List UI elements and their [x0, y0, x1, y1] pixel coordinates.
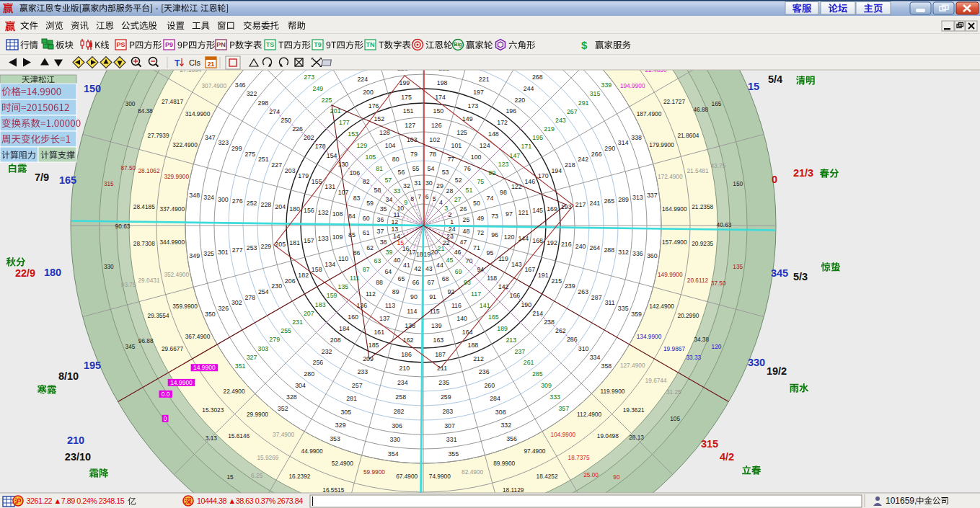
svg-text:44.9900: 44.9900	[301, 447, 323, 455]
svg-text:135: 135	[733, 263, 743, 270]
svg-text:41: 41	[403, 262, 410, 269]
svg-text:29.9900: 29.9900	[247, 411, 268, 418]
svg-text:353: 353	[330, 435, 340, 442]
svg-text:251: 251	[258, 156, 269, 163]
svg-text:114: 114	[407, 308, 417, 315]
svg-text:211: 211	[437, 365, 447, 372]
svg-text:330: 330	[748, 357, 765, 368]
svg-text:236: 236	[479, 368, 490, 375]
svg-text:225: 225	[322, 97, 332, 104]
svg-text:252: 252	[247, 200, 257, 207]
svg-text:162: 162	[403, 337, 414, 344]
svg-text:52.4900: 52.4900	[332, 460, 353, 467]
svg-text:209: 209	[363, 355, 374, 362]
svg-text:142: 142	[498, 283, 509, 290]
svg-text:194: 194	[551, 167, 562, 174]
svg-text:322.4900: 322.4900	[172, 141, 198, 148]
svg-text:290: 290	[604, 145, 615, 152]
svg-text:167: 167	[524, 266, 535, 273]
svg-text:34: 34	[386, 196, 393, 203]
svg-text:31: 31	[414, 179, 421, 187]
svg-text:287: 287	[591, 294, 602, 301]
svg-text:190: 190	[521, 301, 531, 308]
svg-text:28.1062: 28.1062	[138, 167, 160, 174]
svg-text:358: 358	[601, 362, 612, 370]
svg-text:40.63: 40.63	[717, 221, 732, 228]
svg-text:230: 230	[271, 282, 282, 290]
svg-text:157: 157	[304, 237, 314, 244]
svg-text:308: 308	[495, 409, 506, 416]
svg-text:31.25: 31.25	[666, 388, 681, 396]
svg-text:131: 131	[325, 183, 335, 190]
svg-text:28.4185: 28.4185	[133, 203, 155, 210]
svg-text:5/3: 5/3	[793, 271, 808, 282]
svg-text:149.9900: 149.9900	[658, 271, 683, 278]
svg-text:54: 54	[428, 165, 435, 172]
svg-text:25.00: 25.00	[583, 471, 599, 478]
svg-text:33: 33	[394, 187, 401, 195]
svg-text:22/9: 22/9	[15, 267, 35, 279]
svg-text:241: 241	[590, 200, 601, 207]
svg-text:356: 356	[506, 435, 517, 442]
svg-text:315: 315	[104, 180, 114, 187]
svg-text:79: 79	[410, 151, 418, 158]
svg-text:55: 55	[412, 165, 420, 172]
svg-text:325: 325	[203, 250, 214, 257]
svg-text:339: 339	[601, 81, 612, 89]
svg-text:19.0498: 19.0498	[597, 432, 619, 440]
svg-text:100: 100	[471, 153, 482, 161]
svg-text:21.5481: 21.5481	[687, 167, 709, 174]
svg-text:21.2358: 21.2358	[692, 203, 713, 210]
svg-text:134: 134	[325, 261, 335, 268]
svg-text:T9: T9	[314, 41, 322, 48]
svg-text:28: 28	[446, 187, 454, 195]
svg-text:6: 6	[425, 193, 429, 200]
svg-text:273: 273	[304, 73, 314, 81]
svg-text:87.50: 87.50	[120, 164, 136, 171]
svg-text:168: 168	[532, 237, 543, 244]
svg-text:210: 210	[399, 365, 410, 372]
svg-text:101: 101	[451, 142, 462, 149]
svg-text:218: 218	[565, 161, 575, 169]
svg-text:73: 73	[491, 213, 498, 220]
svg-text:144: 144	[518, 235, 529, 242]
svg-text:77: 77	[447, 156, 454, 163]
svg-text:26: 26	[460, 205, 467, 213]
svg-text:134.9900: 134.9900	[637, 333, 662, 340]
svg-text:337.4900: 337.4900	[159, 205, 185, 213]
svg-text:155: 155	[312, 178, 322, 185]
svg-text:15: 15	[226, 473, 234, 481]
svg-text:312: 312	[618, 249, 629, 256]
svg-text:177: 177	[339, 119, 350, 126]
svg-text:44: 44	[436, 262, 443, 269]
svg-text:179.9900: 179.9900	[649, 141, 674, 148]
svg-text:207: 207	[304, 310, 314, 317]
svg-text:163: 163	[433, 337, 444, 344]
svg-text:268: 268	[532, 73, 543, 81]
svg-text:20.6112: 20.6112	[687, 277, 709, 284]
svg-text:346: 346	[235, 81, 246, 89]
svg-text:258: 258	[395, 393, 406, 401]
svg-text:27: 27	[454, 196, 462, 203]
svg-text:18.7375: 18.7375	[568, 454, 590, 461]
svg-text:352.4900: 352.4900	[164, 271, 189, 278]
svg-text:148: 148	[488, 130, 499, 138]
svg-text:90.63: 90.63	[115, 223, 131, 230]
svg-text:62: 62	[366, 244, 374, 251]
svg-text:322: 322	[247, 90, 257, 97]
svg-text:25: 25	[463, 216, 470, 223]
svg-text:64: 64	[384, 268, 392, 275]
svg-text:82.4900: 82.4900	[462, 468, 483, 476]
svg-text:74.9900: 74.9900	[429, 473, 451, 480]
svg-text:195: 195	[84, 360, 101, 371]
svg-text:50: 50	[473, 200, 480, 207]
svg-text:345: 345	[771, 267, 788, 279]
svg-text:234: 234	[397, 379, 408, 386]
svg-text:219: 219	[544, 125, 555, 133]
svg-text:349: 349	[189, 252, 200, 259]
svg-text:143: 143	[511, 261, 522, 268]
svg-text:45: 45	[446, 257, 454, 264]
svg-text:19.3621: 19.3621	[623, 406, 645, 414]
svg-text:352: 352	[278, 405, 288, 412]
svg-text:215: 215	[551, 277, 562, 285]
